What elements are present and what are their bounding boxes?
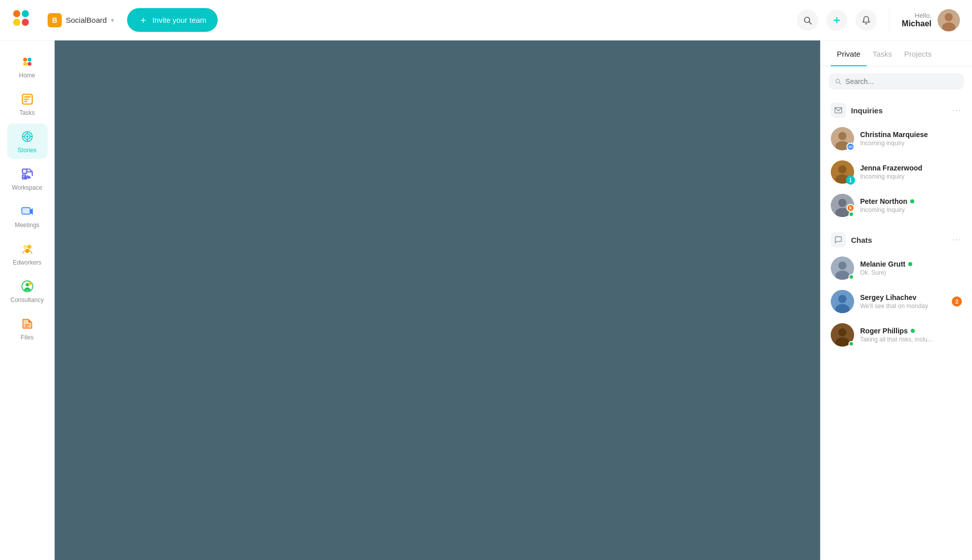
- meetings-icon: [19, 203, 35, 220]
- sidebar-item-tasks[interactable]: Tasks: [7, 86, 48, 121]
- tab-private[interactable]: Private: [831, 40, 867, 66]
- chats-icon: [831, 232, 846, 247]
- notifications-button[interactable]: [856, 10, 877, 31]
- unread-badge: 2: [952, 296, 962, 307]
- chat-avatar-wrap: [831, 290, 854, 313]
- inquiries-more-button[interactable]: ···: [952, 106, 962, 115]
- chat-name: Melanie Grutt: [860, 260, 962, 268]
- chat-item-jenna[interactable]: 1 Jenna Frazerwood Incoming inquiry: [821, 155, 972, 189]
- chat-item-roger[interactable]: Roger Phillips Taking all that risks, in…: [821, 318, 972, 352]
- bell-icon: [862, 16, 871, 25]
- chats-section-header: Chats ···: [821, 226, 972, 251]
- user-avatar-img: [938, 9, 960, 31]
- workspace-name: SocialBoard: [66, 16, 107, 24]
- inquiries-icon: [831, 103, 846, 118]
- svg-point-8: [27, 58, 31, 62]
- workspace-icon: </>: [19, 166, 35, 182]
- header-actions: Hello, Michael: [797, 9, 960, 31]
- workspace-selector[interactable]: B SocialBoard ▾: [43, 10, 119, 30]
- chat-preview: Taking all that risks, inclu...: [860, 336, 962, 343]
- plus-icon: ＋: [138, 13, 148, 27]
- edworkers-icon: [19, 241, 35, 257]
- online-indicator: [848, 341, 854, 347]
- search-icon: [803, 16, 812, 25]
- sidebar-item-workspace[interactable]: </> Workspace: [7, 161, 48, 196]
- sidebar-item-stories[interactable]: Stories: [7, 123, 48, 159]
- chats-more-button[interactable]: ···: [952, 235, 962, 244]
- chat-info: Christina Marquiese Incoming inquiry: [860, 131, 962, 147]
- svg-point-54: [838, 328, 846, 336]
- sidebar-item-files[interactable]: Files: [7, 311, 48, 346]
- right-panel-tabs: Private Tasks Projects: [821, 40, 972, 66]
- chat-preview: We'll see that on monday: [860, 303, 946, 310]
- chat-avatar-wrap: [831, 323, 854, 347]
- sidebar-item-meetings[interactable]: Meetings: [7, 198, 48, 234]
- online-dot-inline: [911, 329, 915, 333]
- sub-badge: k: [846, 204, 855, 212]
- user-silhouette: [938, 9, 960, 31]
- chat-preview: Incoming inquiry: [860, 173, 962, 180]
- sidebar-item-edworkers[interactable]: Edworkers: [7, 236, 48, 271]
- online-dot-inline: [908, 262, 912, 266]
- chat-item-melanie[interactable]: Melanie Grutt Ok. Sure): [821, 251, 972, 285]
- home-icon: [19, 54, 35, 70]
- stories-icon: [19, 128, 35, 145]
- avatar: [831, 290, 854, 313]
- search-box[interactable]: [829, 73, 964, 90]
- inquiries-section-header: Inquiries ···: [821, 97, 972, 122]
- add-button[interactable]: [826, 10, 847, 31]
- svg-point-51: [838, 295, 846, 303]
- chat-name: Jenna Frazerwood: [860, 164, 962, 172]
- chat-item-christina[interactable]: m Christina Marquiese Incoming inquiry: [821, 122, 972, 155]
- svg-line-1: [809, 22, 812, 24]
- online-indicator: [848, 274, 854, 280]
- sidebar: Home Tasks: [0, 40, 55, 560]
- center-content-area: [55, 40, 820, 560]
- chat-name: Sergey Lihachev: [860, 293, 946, 301]
- chat-info: Sergey Lihachev We'll see that on monday: [860, 293, 946, 310]
- online-dot-inline: [910, 199, 914, 203]
- svg-point-10: [27, 62, 31, 66]
- chat-avatar-wrap: k: [831, 194, 854, 217]
- tasks-icon: [19, 91, 35, 107]
- avatar[interactable]: [938, 9, 960, 31]
- unread-badge: 1: [846, 176, 855, 185]
- plus-icon: [832, 16, 841, 25]
- svg-point-45: [838, 199, 846, 207]
- chat-name: Roger Phillips: [860, 327, 962, 335]
- chat-avatar-wrap: [831, 256, 854, 280]
- svg-point-32: [28, 282, 31, 285]
- search-input[interactable]: [845, 77, 958, 85]
- svg-text:</>: </>: [23, 175, 30, 180]
- header: B SocialBoard ▾ ＋ Invite your team Hello…: [0, 0, 972, 40]
- right-panel-search: [821, 66, 972, 97]
- svg-rect-25: [22, 207, 30, 214]
- sidebar-item-home[interactable]: Home: [7, 49, 48, 84]
- online-indicator: [848, 211, 854, 217]
- consultancy-icon: [19, 278, 35, 294]
- svg-point-28: [27, 245, 31, 249]
- workspace-icon: B: [48, 13, 62, 27]
- chat-avatar-wrap: 1: [831, 160, 854, 184]
- chat-info: Roger Phillips Taking all that risks, in…: [860, 327, 962, 343]
- svg-point-48: [838, 262, 846, 270]
- sub-badge: m: [846, 143, 855, 151]
- header-greeting: Hello, Michael: [902, 12, 932, 28]
- search-button[interactable]: [797, 10, 818, 31]
- files-icon: [19, 316, 35, 332]
- svg-point-27: [23, 245, 27, 249]
- invite-team-button[interactable]: ＋ Invite your team: [127, 8, 218, 32]
- chat-item-sergey[interactable]: Sergey Lihachev We'll see that on monday…: [821, 285, 972, 318]
- svg-point-42: [838, 165, 846, 174]
- chat-info: Peter Northon Incoming Inquiry: [860, 197, 962, 213]
- chat-item-peter[interactable]: k Peter Northon Incoming Inquiry: [821, 189, 972, 222]
- tab-tasks[interactable]: Tasks: [867, 40, 898, 66]
- right-panel-body: Inquiries ··· m Chris: [821, 97, 972, 560]
- chat-info: Melanie Grutt Ok. Sure): [860, 260, 962, 276]
- svg-rect-22: [22, 169, 27, 174]
- chat-preview: Ok. Sure): [860, 269, 962, 276]
- chat-info: Jenna Frazerwood Incoming inquiry: [860, 164, 962, 180]
- search-icon: [835, 78, 841, 85]
- tab-projects[interactable]: Projects: [898, 40, 938, 66]
- sidebar-item-consultancy[interactable]: Consultancy: [7, 273, 48, 309]
